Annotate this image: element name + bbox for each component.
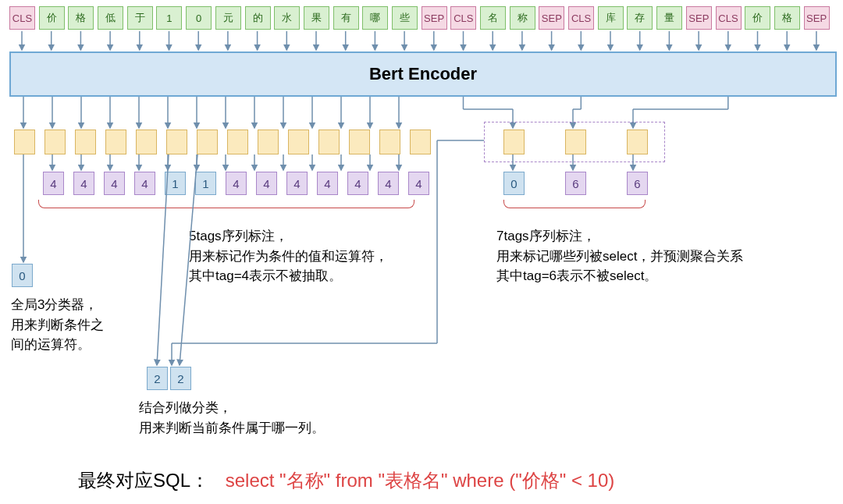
token-SEP: SEP (804, 6, 830, 30)
embedding (379, 130, 400, 154)
tag5: 4 (73, 172, 94, 195)
embedding (136, 130, 157, 154)
embedding (227, 130, 248, 154)
token-CLS: CLS (716, 6, 742, 30)
sql-label: 最终对应SQL： (78, 470, 209, 491)
embedding (166, 130, 187, 154)
token-果: 果 (304, 6, 329, 30)
embedding (75, 130, 96, 154)
token-低: 低 (98, 6, 123, 30)
token-SEP: SEP (686, 6, 712, 30)
tag5: 1 (195, 172, 216, 195)
embedding (197, 130, 218, 154)
embedding (288, 130, 309, 154)
token-价: 价 (39, 6, 65, 30)
token-格: 格 (68, 6, 94, 30)
token-存: 存 (627, 6, 653, 30)
tag5: 4 (408, 172, 429, 195)
tag7: 6 (565, 172, 586, 195)
tag5: 4 (347, 172, 368, 195)
token-名: 名 (480, 6, 506, 30)
tag7: 6 (627, 172, 648, 195)
token-SEP: SEP (422, 6, 447, 30)
embedding (349, 130, 370, 154)
token-CLS: CLS (568, 6, 594, 30)
sql-query: select "名称" from "表格名" where ("价格" < 10) (226, 470, 615, 491)
token-称: 称 (510, 6, 535, 30)
token-的: 的 (245, 6, 271, 30)
tag5: 4 (134, 172, 155, 195)
token-1: 1 (156, 6, 182, 30)
tag5: 4 (226, 172, 247, 195)
token-格: 格 (774, 6, 800, 30)
embedding (44, 130, 66, 154)
global-tag: 0 (12, 264, 33, 287)
token-有: 有 (333, 6, 359, 30)
brace-7tags (503, 200, 646, 208)
token-库: 库 (598, 6, 624, 30)
brace-5tags (38, 200, 414, 208)
input-token-row: CLS价格低于10元的水果有哪些SEPCLS名称SEPCLS库存量SEPCLS价… (9, 6, 830, 30)
tag5: 4 (43, 172, 64, 195)
tag5: 1 (165, 172, 186, 195)
token-些: 些 (392, 6, 418, 30)
token-水: 水 (274, 6, 300, 30)
tag5: 4 (317, 172, 338, 195)
desc-column: 结合列做分类，用来判断当前条件属于哪一列。 (139, 398, 325, 438)
tag5: 4 (286, 172, 308, 195)
col-tag: 2 (170, 367, 191, 390)
tags7-row: 066 (503, 172, 648, 195)
tags5-row: 4444114444444 (38, 172, 434, 195)
token-CLS: CLS (9, 6, 35, 30)
token-哪: 哪 (362, 6, 388, 30)
desc-global: 全局3分类器，用来判断条件之间的运算符。 (11, 295, 104, 355)
final-sql: 最终对应SQL： select "名称" from "表格名" where ("… (78, 468, 614, 493)
embedding (318, 130, 340, 154)
embedding-row-right (503, 130, 648, 154)
tag7: 0 (503, 172, 525, 195)
token-于: 于 (127, 6, 153, 30)
embedding (105, 130, 126, 154)
token-SEP: SEP (539, 6, 564, 30)
embedding-row-left (9, 130, 436, 154)
bert-encoder-block: Bert Encoder (9, 51, 837, 97)
tag5: 4 (378, 172, 399, 195)
token-量: 量 (656, 6, 682, 30)
tag5: 4 (256, 172, 277, 195)
token-元: 元 (215, 6, 241, 30)
embedding (258, 130, 279, 154)
token-CLS: CLS (450, 6, 476, 30)
tag5: 4 (104, 172, 125, 195)
token-0: 0 (186, 6, 212, 30)
column-classifier-tags: 22 (147, 367, 191, 390)
desc-7tags: 7tags序列标注，用来标记哪些列被select，并预测聚合关系其中tag=6表… (496, 226, 743, 286)
col-tag: 2 (147, 367, 168, 390)
global-classifier-tag: 0 (12, 264, 33, 287)
embedding (410, 130, 431, 154)
embedding (14, 130, 35, 154)
token-价: 价 (745, 6, 770, 30)
desc-5tags: 5tags序列标注，用来标记作为条件的值和运算符，其中tag=4表示不被抽取。 (189, 226, 388, 286)
